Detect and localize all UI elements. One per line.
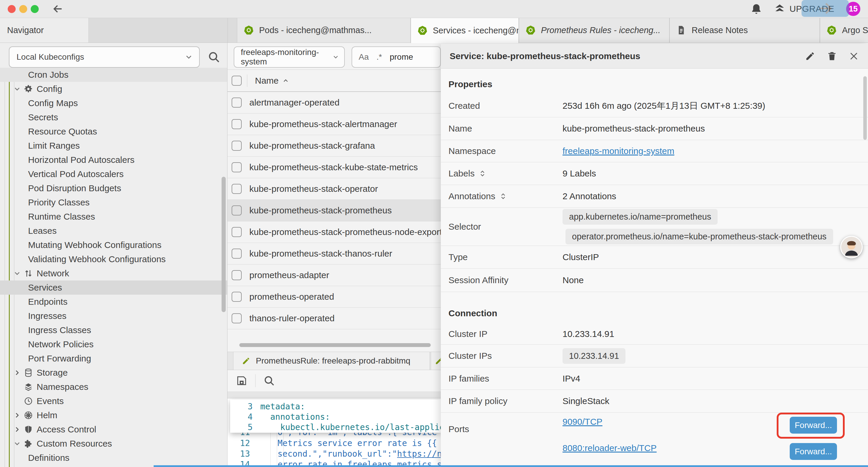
avatar[interactable] [840, 236, 863, 258]
delete-trash-icon[interactable] [827, 51, 837, 61]
port-link[interactable]: 9090/TCP [562, 417, 602, 427]
filter-input[interactable]: Aa .* prome [351, 47, 441, 68]
sidebar-item-ingress-classes[interactable]: Ingress Classes [0, 323, 227, 337]
sidebar-item-config[interactable]: Config [0, 82, 227, 96]
row-checkbox[interactable] [231, 313, 242, 323]
sidebar-item-custom-resources[interactable]: Custom Resources [0, 437, 227, 451]
table-row[interactable]: kube-prometheus-stack-prometheus-node-ex… [227, 222, 441, 243]
table-row[interactable]: kube-prometheus-stack-prometheus [227, 200, 441, 222]
sidebar-item-resource-quotas[interactable]: Resource Quotas [0, 124, 227, 139]
sidebar-item-runtime-classes[interactable]: Runtime Classes [0, 209, 227, 224]
sidebar-item-helm[interactable]: Helm [0, 408, 227, 422]
row-checkbox[interactable] [231, 119, 242, 129]
tab-prometheus-rules[interactable]: Prometheus Rules - icecheng... [519, 18, 670, 42]
notifications-bell-icon[interactable] [750, 3, 762, 15]
table-row[interactable]: kube-prometheus-stack-alertmanager [227, 114, 441, 135]
row-checkbox[interactable] [231, 97, 242, 108]
tab-argo[interactable]: Argo Se [820, 18, 868, 42]
editor-search-icon[interactable] [263, 375, 275, 387]
namespace-link[interactable]: freeleaps-monitoring-system [562, 146, 674, 156]
chevron-down-icon[interactable] [13, 439, 21, 448]
tab-navigator[interactable]: Navigator [0, 18, 89, 42]
table-row[interactable]: prometheus-operated [227, 286, 441, 308]
forward-button[interactable]: Forward... [790, 443, 837, 460]
table-row[interactable]: kube-prometheus-stack-thanos-ruler [227, 243, 441, 265]
detail-row-ip-families: IP familiesIPv4 [441, 368, 868, 390]
row-checkbox[interactable] [231, 141, 242, 151]
close-window-button[interactable] [8, 5, 16, 13]
chevron-right-icon[interactable] [13, 369, 21, 377]
port-link[interactable]: 8080:reloader-web/TCP [562, 443, 657, 453]
sidebar-item-network-policies[interactable]: Network Policies [0, 337, 227, 351]
row-checkbox[interactable] [231, 227, 242, 237]
sidebar-scrollbar[interactable] [222, 177, 226, 312]
tab-release-notes[interactable]: Release Notes [670, 18, 820, 42]
sidebar-tree: Cron JobsConfigConfig MapsSecretsResourc… [0, 68, 227, 465]
sidebar-item-vertical-pod-autoscalers[interactable]: Vertical Pod Autoscalers [0, 167, 227, 181]
sidebar-item-leases[interactable]: Leases [0, 224, 227, 238]
row-checkbox[interactable] [231, 184, 242, 194]
sidebar-item-config-maps[interactable]: Config Maps [0, 96, 227, 110]
editor-tab-partial[interactable] [431, 352, 441, 370]
sidebar-item-namespaces[interactable]: Namespaces [0, 380, 227, 394]
forward-button[interactable]: Forward... [790, 417, 837, 434]
table-row[interactable]: kube-prometheus-stack-kube-state-metrics [227, 157, 441, 178]
sidebar-item-storage[interactable]: Storage [0, 366, 227, 380]
sidebar-item-services[interactable]: Services [0, 281, 227, 295]
detail-scrollbar[interactable] [863, 76, 867, 140]
row-checkbox[interactable] [231, 205, 242, 215]
select-all-checkbox[interactable] [231, 76, 242, 86]
table-row[interactable]: alertmanager-operated [227, 92, 441, 114]
name-column-header[interactable]: Name [255, 76, 289, 86]
forward-icon[interactable] [802, 0, 849, 17]
chevron-down-icon[interactable] [13, 85, 21, 93]
regex-toggle[interactable]: .* [376, 52, 382, 62]
save-icon[interactable] [236, 375, 248, 387]
tab-services[interactable]: Services - icecheng@math... [411, 18, 519, 43]
sort-toggle-icon[interactable] [499, 193, 507, 200]
sidebar-item-definitions[interactable]: Definitions [0, 451, 227, 465]
row-checkbox[interactable] [231, 249, 242, 259]
editor-tab-prometheusrule[interactable]: PrometheusRule: freeleaps-prod-rabbitmq [233, 352, 430, 370]
sidebar-item-pod-disruption-budgets[interactable]: Pod Disruption Budgets [0, 181, 227, 195]
sidebar-item-secrets[interactable]: Secrets [0, 110, 227, 124]
sidebar-item-port-forwarding[interactable]: Port Forwarding [0, 351, 227, 366]
table-row[interactable]: prometheus-adapter [227, 265, 441, 286]
sidebar-item-horizontal-pod-autoscalers[interactable]: Horizontal Pod Autoscalers [0, 153, 227, 167]
sidebar-item-cron-jobs[interactable]: Cron Jobs [0, 68, 227, 82]
kubeconfig-selector[interactable]: Local Kubeconfigs [9, 47, 200, 68]
sidebar-item-mutating-webhook-configurations[interactable]: Mutating Webhook Configurations [0, 238, 227, 252]
sidebar-item-limit-ranges[interactable]: Limit Ranges [0, 139, 227, 153]
sidebar-item-ingresses[interactable]: Ingresses [0, 309, 227, 323]
sidebar-item-access-control[interactable]: Access Control [0, 422, 227, 437]
sidebar-item-events[interactable]: Events [0, 394, 227, 408]
minimize-window-button[interactable] [19, 5, 27, 13]
chevron-right-icon[interactable] [13, 425, 21, 434]
row-checkbox[interactable] [231, 270, 242, 280]
match-case-toggle[interactable]: Aa [359, 52, 369, 62]
table-row[interactable]: thanos-ruler-operated [227, 308, 441, 329]
tab-pods[interactable]: Pods - icecheng@mathmas... [237, 18, 411, 42]
zoom-window-button[interactable] [31, 5, 39, 13]
row-checkbox[interactable] [231, 162, 242, 172]
yaml-editor[interactable]: 11 0", for: "1m", labels :{ service : 12… [227, 399, 441, 467]
chevron-right-icon[interactable] [13, 411, 21, 419]
table-row[interactable]: kube-prometheus-stack-grafana [227, 135, 441, 157]
close-icon[interactable] [848, 51, 859, 61]
detail-row-session-affinity: Session AffinityNone [441, 269, 868, 292]
row-checkbox[interactable] [231, 292, 242, 302]
edit-pencil-icon[interactable] [805, 51, 815, 61]
code-line: 4 annotations: [230, 412, 441, 422]
sidebar-item-network[interactable]: Network [0, 266, 227, 281]
back-icon[interactable] [52, 3, 64, 14]
sidebar-item-validating-webhook-configurations[interactable]: Validating Webhook Configurations [0, 252, 227, 266]
table-row[interactable]: kube-prometheus-stack-operator [227, 178, 441, 200]
search-icon[interactable] [208, 51, 220, 63]
sidebar-item-priority-classes[interactable]: Priority Classes [0, 195, 227, 209]
horizontal-scrollbar[interactable] [239, 343, 431, 347]
chevron-down-icon[interactable] [13, 269, 21, 278]
namespace-selector[interactable]: freeleaps-monitoring-system [234, 47, 345, 68]
sidebar-item-label: Secrets [28, 112, 58, 122]
sort-toggle-icon[interactable] [478, 170, 486, 177]
sidebar-item-endpoints[interactable]: Endpoints [0, 295, 227, 309]
